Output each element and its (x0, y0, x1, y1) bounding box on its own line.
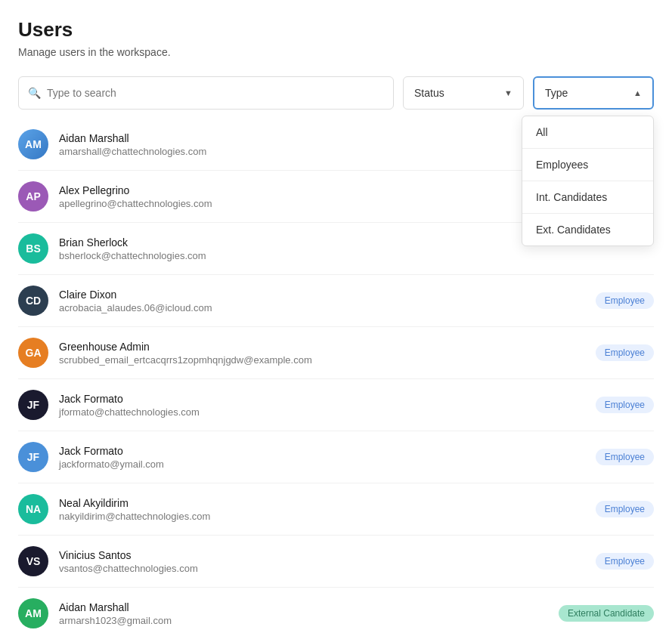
user-info: Greenhouse Admin scrubbed_email_ertcacqr… (59, 341, 596, 366)
user-info: Aidan Marshall armarsh1023@gmail.com (59, 601, 559, 626)
status-badge: Employee (596, 292, 654, 309)
user-email: nakyildirim@chattechnologies.com (59, 511, 596, 522)
avatar: JF (18, 442, 48, 472)
type-option-all[interactable]: All (522, 116, 653, 149)
table-row[interactable]: AM Aidan Marshall armarsh1023@gmail.com … (18, 588, 654, 633)
type-dropdown[interactable]: Type ▲ (533, 76, 654, 110)
user-email: jformato@chattechnologies.com (59, 406, 596, 418)
status-badge: Employee (596, 553, 654, 570)
type-option-ext-candidates[interactable]: Ext. Candidates (522, 214, 653, 245)
search-wrapper: 🔍 (18, 76, 394, 110)
status-badge: External Candidate (559, 605, 654, 622)
user-name: Greenhouse Admin (59, 341, 596, 353)
user-name: Vinicius Santos (59, 549, 596, 561)
user-name: Neal Akyildirim (59, 497, 596, 509)
user-info: Jack Formato jackformato@ymail.com (59, 445, 596, 470)
type-chevron-icon: ▲ (633, 88, 642, 97)
user-email: acrobacia_alaudes.06@icloud.com (59, 302, 596, 313)
avatar: JF (18, 390, 48, 420)
user-info: Neal Akyildirim nakyildirim@chattechnolo… (59, 497, 596, 522)
type-label: Type (545, 87, 568, 99)
avatar: AP (18, 181, 48, 212)
user-name: Claire Dixon (59, 289, 596, 301)
user-email: armarsh1023@gmail.com (59, 615, 559, 626)
page-title: Users (18, 18, 654, 42)
status-badge: Employee (596, 449, 654, 465)
user-email: jackformato@ymail.com (59, 459, 596, 470)
user-info: Vinicius Santos vsantos@chattechnologies… (59, 549, 596, 574)
avatar: CD (18, 286, 48, 316)
user-name: Aidan Marshall (59, 601, 559, 613)
avatar: GA (18, 338, 48, 368)
type-option-employees[interactable]: Employees (522, 149, 653, 181)
search-input[interactable] (47, 87, 384, 99)
type-dropdown-container: Type ▲ All Employees Int. Candidates Ext… (533, 76, 654, 110)
status-badge: Employee (596, 397, 654, 413)
type-dropdown-menu: All Employees Int. Candidates Ext. Candi… (522, 116, 654, 246)
user-email: scrubbed_email_ertcacqrrs1zopmhqnjgdw@ex… (59, 354, 596, 366)
user-info: Claire Dixon acrobacia_alaudes.06@icloud… (59, 289, 596, 313)
status-label: Status (414, 87, 444, 99)
table-row[interactable]: CD Claire Dixon acrobacia_alaudes.06@icl… (18, 275, 654, 327)
avatar: AM (18, 129, 48, 159)
user-name: Jack Formato (59, 393, 596, 405)
status-chevron-icon: ▼ (504, 88, 513, 97)
avatar: VS (18, 546, 48, 576)
avatar: AM (18, 598, 48, 628)
table-row[interactable]: GA Greenhouse Admin scrubbed_email_ertca… (18, 327, 654, 379)
user-email: vsantos@chattechnologies.com (59, 563, 596, 574)
user-email: bsherlock@chattechnologies.com (59, 250, 654, 261)
avatar: NA (18, 494, 48, 524)
user-name: Jack Formato (59, 445, 596, 457)
table-row[interactable]: NA Neal Akyildirim nakyildirim@chattechn… (18, 483, 654, 536)
status-dropdown[interactable]: Status ▼ (403, 76, 524, 110)
filters-row: 🔍 Status ▼ Type ▲ All Employees Int. Can… (18, 76, 654, 110)
table-row[interactable]: JF Jack Formato jformato@chattechnologie… (18, 379, 654, 431)
table-row[interactable]: VS Vinicius Santos vsantos@chattechnolog… (18, 536, 654, 588)
user-info: Jack Formato jformato@chattechnologies.c… (59, 393, 596, 418)
type-option-int-candidates[interactable]: Int. Candidates (522, 181, 653, 214)
table-row[interactable]: JF Jack Formato jackformato@ymail.com Em… (18, 431, 654, 483)
page-subtitle: Manage users in the workspace. (18, 46, 654, 58)
search-icon: 🔍 (28, 87, 41, 99)
status-badge: Employee (596, 344, 654, 361)
status-badge: Employee (596, 501, 654, 517)
avatar: BS (18, 233, 48, 264)
